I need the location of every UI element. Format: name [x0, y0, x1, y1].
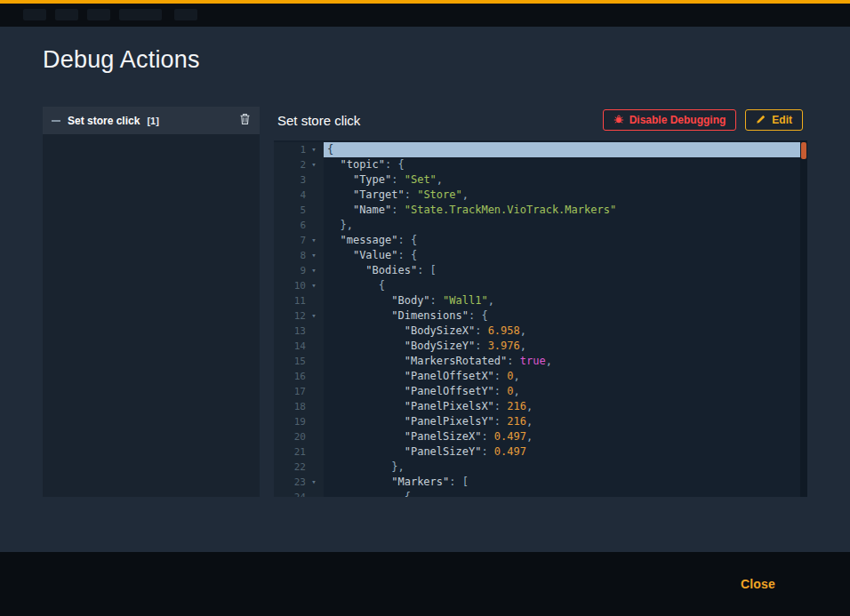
fold-chevron-down-icon[interactable]: ▾	[306, 263, 322, 278]
code-line[interactable]: "Value": {	[324, 248, 807, 263]
editor-line[interactable]: 5 "Name": "State.TrackMen.VioTrack.Marke…	[274, 203, 807, 218]
editor-gutter-cell: 10▾	[274, 278, 324, 293]
editor-line[interactable]: 1▾{	[274, 142, 807, 157]
code-line[interactable]: "MarkersRotated": true,	[324, 354, 807, 369]
code-line[interactable]: "Target": "Store",	[324, 188, 807, 203]
line-number: 16	[274, 369, 306, 384]
editor-gutter-cell: 6	[274, 218, 324, 233]
code-line[interactable]: "PanelSizeY": 0.497	[324, 444, 807, 460]
code-line[interactable]: "topic": {	[324, 157, 807, 172]
code-line[interactable]: },	[324, 460, 807, 475]
editor-line[interactable]: 18 "PanelPixelsX": 216,	[274, 399, 807, 414]
line-number: 13	[274, 324, 306, 339]
editor-line[interactable]: 8▾ "Value": {	[274, 248, 807, 263]
line-number: 12	[274, 308, 306, 324]
editor-gutter-cell: 21	[274, 444, 324, 460]
code-line[interactable]: "Body": "Wall1",	[324, 293, 807, 308]
editor-line[interactable]: 20 "PanelSizeX": 0.497,	[274, 429, 807, 444]
code-line[interactable]: "Name": "State.TrackMen.VioTrack.Markers…	[324, 203, 807, 218]
top-bar-item	[174, 9, 197, 20]
code-line[interactable]: {	[324, 490, 807, 497]
delete-action-button[interactable]	[239, 113, 251, 128]
editor-line[interactable]: 10▾ {	[274, 278, 807, 293]
line-number: 23	[274, 475, 306, 490]
code-line[interactable]: "PanelOffsetY": 0,	[324, 384, 807, 399]
editor-line[interactable]: 11 "Body": "Wall1",	[274, 293, 807, 308]
line-number: 10	[274, 278, 306, 293]
line-number: 18	[274, 399, 306, 414]
editor-line[interactable]: 3 "Type": "Set",	[274, 172, 807, 188]
editor-gutter-cell: 13	[274, 324, 324, 339]
code-line[interactable]: "PanelPixelsY": 216,	[324, 414, 807, 429]
detail-buttons: Disable Debugging Edit	[603, 109, 803, 131]
editor-rows: 1▾{2▾ "topic": {3 "Type": "Set",4 "Targe…	[274, 140, 807, 497]
editor-line[interactable]: 24 {	[274, 490, 807, 497]
fold-chevron-down-icon[interactable]: ▾	[306, 157, 322, 172]
code-line[interactable]: "PanelSizeX": 0.497,	[324, 429, 807, 444]
editor-scrollbar[interactable]	[800, 140, 807, 497]
editor-gutter-cell: 4	[274, 188, 324, 203]
editor-gutter-cell: 8▾	[274, 248, 324, 263]
code-line[interactable]: {	[324, 142, 807, 157]
code-line[interactable]: "Bodies": [	[324, 263, 807, 278]
editor-gutter-cell: 23▾	[274, 475, 324, 490]
action-list-item[interactable]: Set store click [1]	[43, 107, 260, 134]
line-number: 7	[274, 233, 306, 248]
line-number: 19	[274, 414, 306, 429]
action-list-panel: Set store click [1]	[43, 107, 260, 497]
bug-icon	[613, 114, 624, 127]
fold-chevron-down-icon[interactable]: ▾	[306, 142, 322, 157]
code-line[interactable]: "message": {	[324, 233, 807, 248]
editor-line[interactable]: 19 "PanelPixelsY": 216,	[274, 414, 807, 429]
code-line[interactable]: "BodySizeY": 3.976,	[324, 339, 807, 354]
editor-gutter-cell: 9▾	[274, 263, 324, 278]
editor-line[interactable]: 9▾ "Bodies": [	[274, 263, 807, 278]
app-top-bar	[0, 0, 850, 27]
line-number: 2	[274, 157, 306, 172]
editor-line[interactable]: 15 "MarkersRotated": true,	[274, 354, 807, 369]
scrollbar-thumb[interactable]	[801, 142, 806, 159]
code-line[interactable]: "Markers": [	[324, 475, 807, 490]
code-line[interactable]: },	[324, 218, 807, 233]
line-number: 15	[274, 354, 306, 369]
fold-chevron-down-icon[interactable]: ▾	[306, 248, 322, 263]
editor-line[interactable]: 4 "Target": "Store",	[274, 188, 807, 203]
line-number: 14	[274, 339, 306, 354]
editor-line[interactable]: 14 "BodySizeY": 3.976,	[274, 339, 807, 354]
editor-gutter-cell: 14	[274, 339, 324, 354]
editor-line[interactable]: 16 "PanelOffsetX": 0,	[274, 369, 807, 384]
editor-line[interactable]: 23▾ "Markers": [	[274, 475, 807, 490]
code-line[interactable]: "Type": "Set",	[324, 172, 807, 188]
fold-placeholder	[306, 369, 322, 384]
code-line[interactable]: "Dimensions": {	[324, 308, 807, 324]
line-number: 24	[274, 490, 306, 497]
fold-placeholder	[306, 429, 322, 444]
editor-gutter-cell: 20	[274, 429, 324, 444]
editor-gutter-cell: 22	[274, 460, 324, 475]
close-button[interactable]: Close	[741, 577, 775, 591]
editor-line[interactable]: 13 "BodySizeX": 6.958,	[274, 324, 807, 339]
fold-placeholder	[306, 444, 322, 460]
editor-line[interactable]: 2▾ "topic": {	[274, 157, 807, 172]
editor-line[interactable]: 17 "PanelOffsetY": 0,	[274, 384, 807, 399]
editor-line[interactable]: 12▾ "Dimensions": {	[274, 308, 807, 324]
editor-line[interactable]: 6 },	[274, 218, 807, 233]
code-line[interactable]: "PanelOffsetX": 0,	[324, 369, 807, 384]
editor-gutter-cell: 1▾	[274, 142, 324, 157]
code-line[interactable]: "BodySizeX": 6.958,	[324, 324, 807, 339]
editor-line[interactable]: 22 },	[274, 460, 807, 475]
editor-gutter-cell: 3	[274, 172, 324, 188]
fold-chevron-down-icon[interactable]: ▾	[306, 233, 322, 248]
code-line[interactable]: "PanelPixelsX": 216,	[324, 399, 807, 414]
code-line[interactable]: {	[324, 278, 807, 293]
fold-chevron-down-icon[interactable]: ▾	[306, 278, 322, 293]
editor-line[interactable]: 7▾ "message": {	[274, 233, 807, 248]
editor-line[interactable]: 21 "PanelSizeY": 0.497	[274, 444, 807, 460]
disable-debugging-button[interactable]: Disable Debugging	[603, 109, 737, 131]
fold-chevron-down-icon[interactable]: ▾	[306, 475, 322, 490]
minus-icon[interactable]	[52, 120, 60, 122]
fold-placeholder	[306, 384, 322, 399]
json-editor[interactable]: 1▾{2▾ "topic": {3 "Type": "Set",4 "Targe…	[274, 140, 807, 497]
edit-button[interactable]: Edit	[745, 109, 803, 131]
fold-chevron-down-icon[interactable]: ▾	[306, 308, 322, 324]
